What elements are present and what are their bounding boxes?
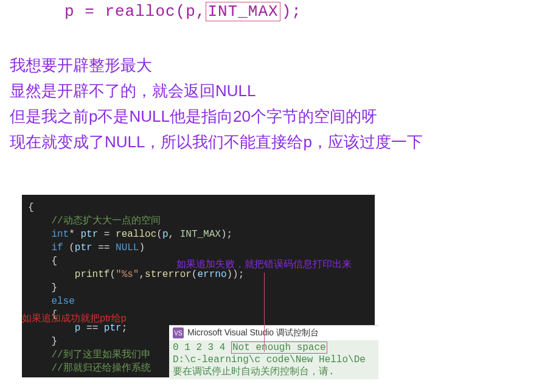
vs-icon: VS (173, 327, 184, 338)
explanation-block: 我想要开辟整形最大 显然是开辟不了的，就会返回NULL 但是我之前p不是NULL… (0, 52, 539, 155)
annotation-failure: 如果追加失败，就把错误码信息打印出来 (176, 258, 352, 271)
cmt-if-reach: //到了这里如果我们申 (51, 349, 150, 360)
console-path: D:\c-learning\c code\New Hello\De (173, 354, 375, 366)
explain-line-2: 显然是开辟不了的，就会返回NULL (10, 78, 539, 103)
console-title-bar: VS Microsoft Visual Studio 调试控制台 (169, 326, 378, 340)
explain-line-3: 但是我之前p不是NULL他是指向20个字节的空间的呀 (10, 103, 539, 129)
cmt-dynamic: //动态扩大大一点的空间 (51, 215, 160, 226)
code-prefix: p = realloc(p, (64, 2, 206, 21)
annotation-success: 如果追加成功就把ptr给p (22, 312, 127, 325)
top-code-line: p = realloc(p,INT_MAX); (0, 0, 539, 21)
cmt-return: //那就归还给操作系统 (51, 363, 150, 374)
not-enough-space-box: Not enough space (231, 341, 327, 354)
explain-line-4: 现在就变成了NULL，所以我们不能直接给p，应该过度一下 (10, 129, 539, 155)
code-suffix: ); (282, 2, 302, 21)
console-hint: 要在调试停止时自动关闭控制台，请. (173, 366, 375, 378)
boxed-int-max: INT_MAX (206, 2, 280, 21)
explain-line-1: 我想要开辟整形最大 (10, 52, 539, 78)
console-title: Microsoft Visual Studio 调试控制台 (187, 327, 319, 338)
pointer-line (264, 273, 265, 352)
vs-console: VS Microsoft Visual Studio 调试控制台 0 1 2 3… (169, 325, 378, 379)
console-output: 0 1 2 3 4 Not enough space D:\c-learning… (169, 340, 378, 379)
